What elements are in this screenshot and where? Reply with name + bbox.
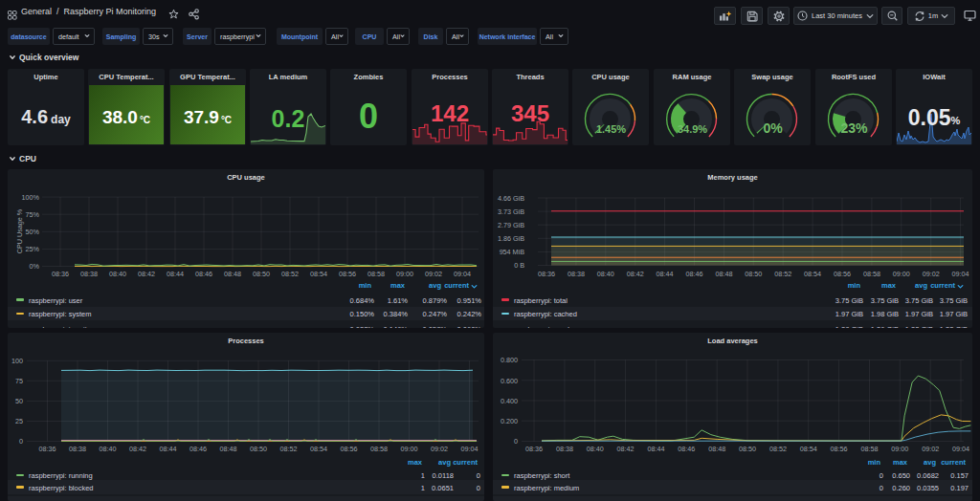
svg-text:09:02: 09:02 — [425, 270, 442, 278]
svg-text:08:52: 08:52 — [281, 270, 299, 278]
svg-text:100%: 100% — [22, 193, 40, 202]
svg-text:34.9%: 34.9% — [678, 123, 707, 135]
svg-text:100: 100 — [11, 357, 23, 365]
svg-text:08:38: 08:38 — [80, 270, 98, 278]
svg-text:25%: 25% — [26, 245, 40, 253]
svg-text:08:54: 08:54 — [804, 270, 821, 278]
svg-text:0%: 0% — [763, 120, 783, 136]
svg-text:3.73 GiB: 3.73 GiB — [498, 207, 524, 216]
svg-text:08:48: 08:48 — [220, 445, 237, 453]
svg-text:09:04: 09:04 — [454, 270, 471, 278]
svg-text:08:40: 08:40 — [100, 445, 117, 453]
svg-text:0.600: 0.600 — [501, 377, 518, 385]
svg-text:08:50: 08:50 — [745, 270, 762, 278]
svg-text:08:38: 08:38 — [568, 270, 585, 278]
svg-text:08:48: 08:48 — [224, 270, 241, 278]
svg-text:09:04: 09:04 — [461, 445, 479, 453]
svg-text:08:42: 08:42 — [617, 445, 635, 453]
svg-text:4.66 GiB: 4.66 GiB — [498, 194, 524, 203]
svg-text:08:42: 08:42 — [138, 270, 155, 278]
svg-text:08:56: 08:56 — [341, 445, 358, 453]
svg-text:09:02: 09:02 — [923, 270, 940, 278]
svg-text:08:46: 08:46 — [678, 445, 695, 453]
svg-text:23%: 23% — [840, 120, 868, 136]
svg-text:08:36: 08:36 — [538, 270, 555, 278]
svg-text:08:52: 08:52 — [769, 445, 787, 453]
svg-text:09:00: 09:00 — [401, 445, 418, 453]
svg-text:09:00: 09:00 — [396, 270, 413, 278]
svg-text:1.45%: 1.45% — [596, 123, 626, 135]
svg-text:25: 25 — [15, 417, 23, 425]
svg-text:08:40: 08:40 — [109, 270, 126, 278]
svg-text:0.800: 0.800 — [501, 356, 518, 364]
svg-text:08:36: 08:36 — [525, 445, 543, 453]
svg-text:0: 0 — [19, 437, 23, 446]
svg-text:08:54: 08:54 — [800, 445, 817, 453]
svg-text:08:44: 08:44 — [167, 270, 184, 278]
svg-text:08:40: 08:40 — [597, 270, 614, 278]
svg-text:08:58: 08:58 — [368, 270, 385, 278]
svg-text:08:48: 08:48 — [708, 445, 725, 453]
svg-text:50: 50 — [15, 397, 23, 405]
svg-text:08:48: 08:48 — [715, 270, 732, 278]
svg-text:0%: 0% — [30, 262, 40, 271]
svg-text:09:04: 09:04 — [952, 445, 969, 453]
svg-text:08:52: 08:52 — [774, 270, 791, 278]
svg-text:08:38: 08:38 — [69, 445, 86, 453]
svg-text:08:44: 08:44 — [647, 445, 664, 453]
svg-text:50%: 50% — [26, 228, 40, 236]
svg-text:08:50: 08:50 — [250, 445, 267, 453]
svg-text:08:42: 08:42 — [627, 270, 644, 278]
svg-text:0: 0 — [514, 437, 518, 446]
svg-text:08:58: 08:58 — [370, 445, 388, 453]
svg-text:08:56: 08:56 — [831, 445, 848, 453]
svg-text:2.79 GiB: 2.79 GiB — [498, 221, 524, 229]
svg-text:08:44: 08:44 — [657, 270, 674, 278]
svg-text:09:04: 09:04 — [952, 270, 969, 278]
svg-text:08:46: 08:46 — [686, 270, 703, 278]
svg-text:1.86 GiB: 1.86 GiB — [498, 234, 524, 243]
svg-text:08:36: 08:36 — [39, 445, 56, 453]
svg-text:08:44: 08:44 — [160, 445, 177, 453]
svg-text:08:50: 08:50 — [739, 445, 756, 453]
svg-text:09:02: 09:02 — [922, 445, 939, 453]
svg-text:09:00: 09:00 — [893, 270, 910, 278]
svg-text:954 MiB: 954 MiB — [500, 248, 525, 256]
svg-text:08:42: 08:42 — [129, 445, 146, 453]
svg-text:08:54: 08:54 — [310, 270, 327, 278]
svg-text:09:00: 09:00 — [891, 445, 908, 453]
svg-text:08:58: 08:58 — [861, 445, 879, 453]
svg-text:08:56: 08:56 — [339, 270, 356, 278]
svg-text:08:40: 08:40 — [587, 445, 604, 453]
svg-text:0.200: 0.200 — [501, 417, 518, 425]
svg-text:08:50: 08:50 — [253, 270, 270, 278]
svg-text:09:02: 09:02 — [431, 445, 448, 453]
svg-text:08:54: 08:54 — [310, 445, 327, 453]
svg-text:75%: 75% — [26, 210, 40, 219]
svg-text:75: 75 — [15, 377, 23, 385]
svg-text:08:52: 08:52 — [280, 445, 298, 453]
svg-text:CPU Usage %: CPU Usage % — [15, 208, 24, 253]
svg-text:08:38: 08:38 — [556, 445, 573, 453]
svg-text:0.400: 0.400 — [501, 397, 518, 405]
svg-text:08:36: 08:36 — [52, 270, 69, 278]
svg-text:08:46: 08:46 — [195, 270, 212, 278]
svg-text:0 B: 0 B — [514, 261, 524, 270]
svg-text:08:58: 08:58 — [863, 270, 880, 278]
svg-text:08:46: 08:46 — [189, 445, 207, 453]
svg-text:08:56: 08:56 — [834, 270, 851, 278]
